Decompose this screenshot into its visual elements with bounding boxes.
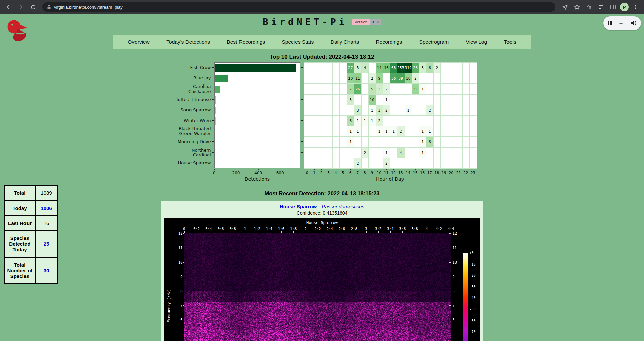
heatmap-cell [419, 116, 427, 126]
reading-list-icon[interactable] [596, 2, 606, 12]
hour-xtick [444, 169, 444, 170]
stats-label: Species Detected Today [4, 231, 35, 257]
heatmap-cell [441, 137, 448, 148]
heatmap-cell: 3 [354, 105, 362, 116]
detection-common-name-link[interactable]: House Sparrow: [280, 204, 318, 209]
detections-bar [215, 86, 220, 93]
heatmap-cell: 1 [419, 84, 427, 95]
heatmap-cell [376, 137, 383, 148]
time-tick-label: 1·6 [278, 227, 284, 231]
heatmap-cell: 11 [354, 73, 362, 84]
frequency-axis-label: Frequency (kHz) [166, 272, 171, 339]
bar-ytick [212, 99, 214, 100]
stats-value[interactable]: 30 [35, 257, 57, 284]
heatmap-cell [448, 126, 455, 137]
nav-item-species-stats[interactable]: Species Stats [280, 38, 316, 46]
version-badge-value: 0.13 [370, 19, 381, 25]
nav-item-daily-charts[interactable]: Daily Charts [329, 38, 361, 46]
nav-item-best-recordings[interactable]: Best Recordings [225, 38, 267, 46]
stats-table: Total1089Today1006Last Hour16Species Det… [4, 185, 58, 284]
heatmap-cell [419, 105, 427, 116]
heatmap-cell [311, 105, 318, 116]
menu-dots-icon[interactable] [630, 2, 641, 12]
time-tick-label: 4 [426, 227, 428, 231]
pause-icon[interactable] [608, 21, 612, 25]
time-tick [354, 231, 354, 233]
hour-xtick [336, 169, 336, 170]
stats-value[interactable]: 1006 [35, 201, 57, 216]
birdnet-pi-logo [4, 17, 34, 48]
time-tick [318, 231, 318, 233]
stats-row: Today1006 [4, 201, 57, 216]
heatmap-cell: 1 [347, 126, 355, 137]
time-tick-label: 4·2 [436, 227, 442, 231]
freq-tick-right [449, 305, 451, 306]
hour-xtick [437, 169, 437, 170]
back-icon[interactable] [3, 2, 14, 12]
nav-item-spectrogram[interactable]: Spectrogram [417, 38, 451, 46]
freq-tick-left [183, 248, 184, 248]
freq-tick-right [449, 248, 451, 248]
time-tick-label: 2 [305, 227, 307, 231]
heatmap-cell [318, 158, 326, 169]
heatmap-cell [441, 116, 448, 126]
forward-icon[interactable] [15, 2, 26, 12]
heatmap-cell: 14 [376, 63, 383, 73]
volume-icon[interactable] [630, 20, 637, 26]
heatmap-cell [397, 116, 405, 126]
bar-xtick [236, 169, 236, 170]
freq-tick-right [449, 334, 451, 334]
time-tick [439, 231, 439, 233]
heatmap-cell [362, 126, 369, 137]
extensions-puzzle-icon[interactable] [584, 2, 594, 12]
nav-item-recordings[interactable]: Recordings [374, 38, 404, 46]
profile-avatar[interactable]: P [620, 3, 629, 11]
side-panel-icon[interactable] [608, 2, 619, 12]
stats-value[interactable]: 25 [35, 231, 57, 257]
heatmap-cell [470, 158, 477, 169]
heatmap-cell [325, 148, 333, 158]
nav-item-tools[interactable]: Tools [502, 38, 518, 46]
freq-tick-label-right: 10 [453, 260, 461, 264]
hour-xtick [321, 169, 322, 170]
hour-xtick-label: 4 [335, 171, 337, 175]
heatmap-cell: 1 [390, 126, 398, 137]
heatmap-cell: 10 [405, 73, 412, 84]
nav-item-overview[interactable]: Overview [126, 38, 152, 46]
heatmap-cell: 10 [347, 73, 355, 84]
heatmap-cell [455, 116, 463, 126]
hour-xtick-label: 12 [391, 171, 396, 175]
heatmap-cell [311, 148, 318, 158]
time-tick [378, 231, 379, 233]
heatmap-cell: 4 [397, 148, 405, 158]
refresh-icon[interactable] [28, 2, 38, 12]
heatmap-cell [304, 116, 311, 126]
bookmark-star-icon[interactable] [572, 2, 582, 12]
heatmap-cell [325, 137, 333, 148]
heatmap-cell [463, 105, 470, 116]
heatmap-cell [304, 126, 311, 137]
heatmap-cell [318, 126, 326, 137]
time-tick-label: 3·4 [387, 227, 393, 231]
heatmap-cell [376, 148, 383, 158]
detection-title: House Sparrow: Passer domesticus [161, 204, 483, 209]
heatmap-cell: 1 [383, 126, 390, 137]
heatmap-cell: 2 [383, 105, 390, 116]
nav-item-view-log[interactable]: View Log [464, 38, 489, 46]
hour-xtick-label: 10 [377, 171, 381, 175]
share-icon[interactable] [559, 2, 570, 12]
heatmap-cell: 4 [362, 63, 369, 73]
hour-xtick [466, 169, 466, 170]
heatmap-cell [318, 148, 326, 158]
page-title: BirdNET-Pi [263, 17, 347, 27]
heatmap-cell [455, 126, 463, 137]
heatmap-cell: 1 [354, 126, 362, 137]
heatmap-cell: 1 [369, 116, 376, 126]
detections-bar [215, 138, 216, 146]
address-bar[interactable]: virginia.birdnetpi.com/?stream=play [42, 2, 555, 12]
hour-xtick-label: 13 [398, 171, 403, 175]
nav-item-today-s-detections[interactable]: Today's Detections [164, 38, 212, 46]
spectrogram-colorbar [463, 253, 468, 341]
heatmap-cell [376, 158, 383, 169]
stats-label: Total [4, 185, 35, 201]
